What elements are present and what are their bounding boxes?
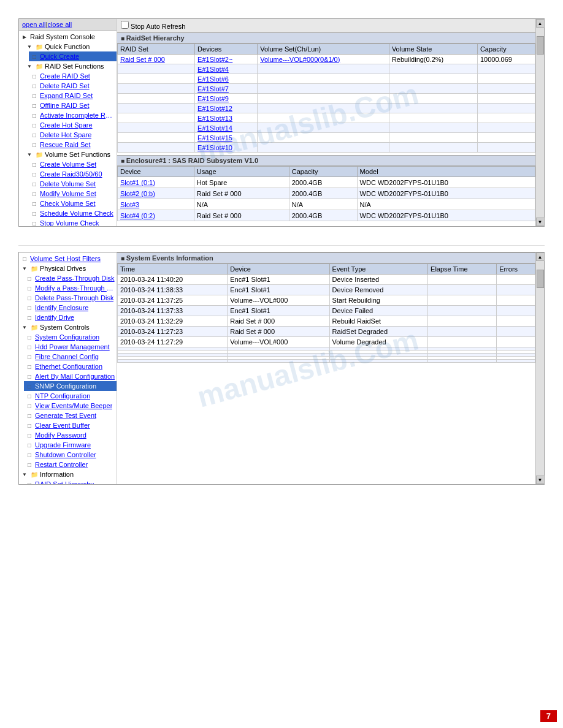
device-link[interactable]: E#1Slot#14	[197, 124, 232, 132]
tree-item-raid-set-hierarchy2[interactable]: RAID Set Hierarchy	[24, 479, 117, 484]
tree-label[interactable]: Generate Test Event	[35, 412, 96, 419]
tree-label[interactable]: Expand RAID Set	[40, 92, 93, 99]
stop-auto-refresh-label[interactable]: Stop Auto Refresh	[121, 21, 185, 30]
tree-item-raid-set-functions[interactable]: RAID Set Functions	[24, 61, 117, 71]
tree-item-stop-volume-check[interactable]: Stop Volume Check	[29, 218, 117, 226]
device-link[interactable]: E#1Slot#9	[197, 95, 229, 102]
tree-item-fibre-channel[interactable]: Fibre Channel Config	[24, 352, 117, 362]
tree-item-snmp-config[interactable]: SNMP Configuration	[24, 381, 117, 391]
stop-auto-refresh-checkbox[interactable]	[121, 21, 129, 29]
tree-item-ethernet-config[interactable]: Etherhet Configuration	[24, 362, 117, 371]
tree-item-upgrade-firmware[interactable]: Upgrade Firmware	[24, 440, 117, 450]
tree-item-activate-incomplete[interactable]: Activate Incomplete RAID S	[29, 110, 117, 120]
tree-item-identify-enclosure2[interactable]: Identify Enclosure	[24, 303, 117, 313]
tree-label[interactable]: SNMP Configuration	[35, 382, 96, 390]
tree-label[interactable]: Modify Password	[35, 431, 86, 439]
tree-label[interactable]: Modify a Pass-Through Disk	[35, 284, 115, 292]
raid-set-link[interactable]: Raid Set # 000	[120, 56, 165, 63]
tree-label[interactable]: Hdd Power Management	[35, 343, 110, 351]
tree-item-hdd-power[interactable]: Hdd Power Management	[24, 342, 117, 352]
tree-item-rescue-raid-set[interactable]: Rescue Raid Set	[29, 140, 117, 150]
tree-item-alert-by-mail[interactable]: Alert By Mail Configuration	[24, 371, 117, 381]
enc-device-link[interactable]: Slot#2 (0:b)	[120, 190, 155, 197]
tree-label[interactable]: RAID Set Hierarchy	[35, 480, 94, 484]
tree-item-modify-password[interactable]: Modify Password	[24, 430, 117, 440]
tree-label[interactable]: Fibre Channel Config	[35, 353, 99, 360]
tree-item-quick-function[interactable]: Quick Function	[24, 42, 117, 51]
tree-label[interactable]: Etherhet Configuration	[35, 363, 102, 370]
tree-label[interactable]: Modify Volume Set	[40, 190, 96, 197]
scroll-down-btn[interactable]: ▼	[536, 218, 545, 226]
tree-item-volume-set-host-filters2[interactable]: Volume Set Host Filters	[19, 254, 117, 264]
tree-label[interactable]: Restart Controller	[35, 461, 88, 468]
tree-item-create-raid-set[interactable]: Create RAID Set	[29, 71, 117, 81]
panel2-scrollbar[interactable]: ▲ ▼	[535, 252, 544, 484]
device-link[interactable]: E#1Slot#13	[197, 115, 232, 122]
tree-label[interactable]: System Configuration	[35, 333, 99, 341]
tree-label[interactable]: Identify Enclosure	[35, 304, 88, 311]
tree-item-generate-test-event[interactable]: Generate Test Event	[24, 411, 117, 420]
tree-item-restart-controller[interactable]: Restart Controller	[24, 460, 117, 469]
tree-item-delete-raid-set[interactable]: Delete RAID Set	[29, 81, 117, 91]
tree-label[interactable]: Delete RAID Set	[40, 82, 90, 89]
tree-label[interactable]: Upgrade Firmware	[35, 441, 91, 449]
tree-item-delete-passthrough2[interactable]: Delete Pass-Through Disk	[24, 293, 117, 303]
tree-label[interactable]: Volume Set Host Filters	[30, 255, 101, 262]
enc-device-link[interactable]: Slot#4 (0:2)	[120, 212, 155, 219]
device-link[interactable]: E#1Slot#12	[197, 105, 232, 112]
device-link[interactable]: E#1Slot#10	[197, 144, 232, 151]
scroll-up-btn2[interactable]: ▲	[536, 252, 545, 261]
close-all-link[interactable]: close all	[47, 21, 72, 28]
volume-set-link[interactable]: Volume---VOL#000(0&1/0)	[260, 56, 340, 63]
tree-label[interactable]: Activate Incomplete RAID S	[40, 112, 115, 119]
open-all-link[interactable]: open all	[22, 21, 46, 28]
device-link[interactable]: E#1Slot#4	[197, 66, 229, 73]
tree-item-quick-create[interactable]: Quick Create	[29, 51, 117, 61]
tree-item-view-events[interactable]: View Events/Mute Beeper	[24, 401, 117, 411]
tree-item-volume-set-functions[interactable]: Volume Set Functions	[24, 150, 117, 159]
tree-item-information[interactable]: Information	[19, 469, 117, 479]
tree-item-delete-volume-set[interactable]: Delete Volume Set	[29, 179, 117, 189]
enc-device-link[interactable]: Slot#1 (0:1)	[120, 179, 155, 186]
tree-label[interactable]: Delete Hot Spare	[40, 131, 91, 138]
scroll-thumb[interactable]	[537, 36, 544, 55]
tree-label[interactable]: Create RAID Set	[40, 72, 90, 80]
device-link[interactable]: E#1Slot#2~	[197, 56, 232, 63]
tree-item-create-passthrough2[interactable]: Create Pass-Through Disk	[24, 273, 117, 283]
tree-label[interactable]: Clear Event Buffer	[35, 422, 90, 429]
tree-item-modify-passthrough2[interactable]: Modify a Pass-Through Disk	[24, 283, 117, 293]
tree-item-create-hot-spare[interactable]: Create Hot Spare	[29, 120, 117, 130]
tree-item-check-volume-set[interactable]: Check Volume Set	[29, 199, 117, 208]
scroll-up-btn[interactable]: ▲	[536, 19, 545, 28]
enc-device-link[interactable]: Slot#3	[120, 201, 139, 208]
tree-label[interactable]: Create Hot Spare	[40, 121, 93, 129]
tree-item-expand-raid-set[interactable]: Expand RAID Set	[29, 91, 117, 100]
tree-item-offline-raid-set[interactable]: Offline RAID Set	[29, 100, 117, 110]
tree-item-create-raid30[interactable]: Create Raid30/50/60	[29, 169, 117, 179]
tree-item-schedule-volume-check[interactable]: Schedule Volume Check	[29, 208, 117, 218]
tree-label[interactable]: NTP Configuration	[35, 392, 90, 400]
tree-item-shutdown-controller[interactable]: Shutdown Controller	[24, 450, 117, 460]
tree-label[interactable]: Create Raid30/50/60	[40, 170, 102, 178]
tree-item-identify-drive2[interactable]: Identify Drive	[24, 313, 117, 322]
tree-item-clear-event-buffer[interactable]: Clear Event Buffer	[24, 420, 117, 430]
tree-label[interactable]: Identify Drive	[35, 314, 74, 321]
tree-label[interactable]: Create Volume Set	[40, 161, 96, 168]
tree-label[interactable]: Shutdown Controller	[35, 451, 96, 458]
tree-label[interactable]: Stop Volume Check	[40, 219, 99, 226]
tree-item-delete-hot-spare[interactable]: Delete Hot Spare	[29, 130, 117, 140]
tree-item-ntp-config[interactable]: NTP Configuration	[24, 391, 117, 401]
scroll-down-btn2[interactable]: ▼	[536, 476, 545, 484]
tree-label[interactable]: Alert By Mail Configuration	[35, 373, 115, 380]
tree-label[interactable]: Quick Create	[40, 53, 79, 60]
device-link[interactable]: E#1Slot#7	[197, 85, 229, 93]
tree-item-system-controls[interactable]: System Controls	[19, 322, 117, 332]
tree-item-system-configuration[interactable]: System Configuration	[24, 332, 117, 342]
tree-label[interactable]: View Events/Mute Beeper	[35, 402, 112, 409]
tree-label[interactable]: Create Pass-Through Disk	[35, 275, 115, 282]
device-link[interactable]: E#1Slot#6	[197, 75, 229, 83]
tree-label[interactable]: Check Volume Set	[40, 200, 96, 207]
panel1-scrollbar[interactable]: ▲ ▼	[535, 19, 544, 226]
tree-label[interactable]: Delete Volume Set	[40, 180, 96, 188]
tree-label[interactable]: Delete Pass-Through Disk	[35, 294, 113, 301]
